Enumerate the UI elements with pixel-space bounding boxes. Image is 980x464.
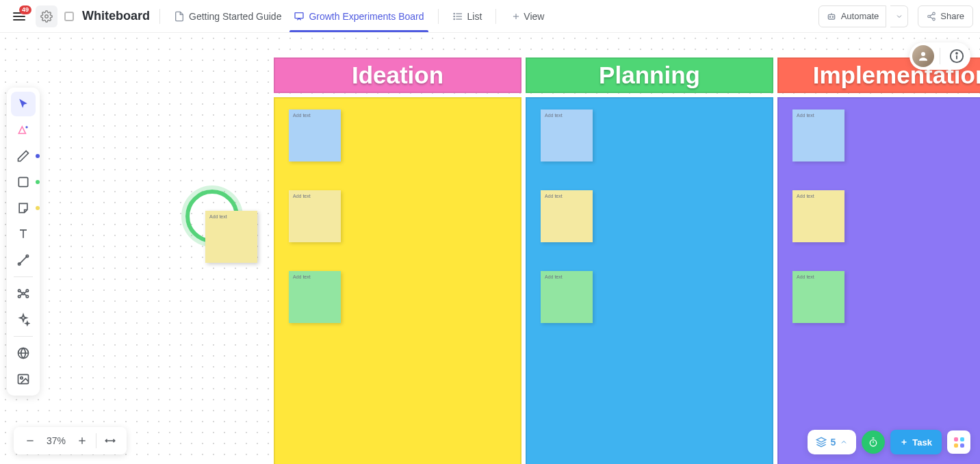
sticky-note[interactable]: Add text — [289, 109, 341, 162]
share-label: Share — [940, 11, 964, 21]
share-button[interactable]: Share — [918, 5, 973, 27]
sticky-note[interactable]: Add text — [289, 271, 341, 323]
sparkle-shape-icon — [16, 123, 30, 137]
svg-point-29 — [18, 296, 21, 298]
column-body[interactable]: Add text Add text Add text — [526, 97, 773, 464]
svg-point-26 — [22, 292, 24, 294]
sticky-note[interactable]: Add text — [792, 190, 844, 242]
user-avatar[interactable] — [912, 45, 934, 67]
sticky-note[interactable]: Add text — [541, 190, 593, 242]
canvas[interactable]: Add text Ideation Add text Add text Add … — [0, 33, 980, 464]
svg-point-33 — [21, 377, 23, 379]
divider — [14, 276, 33, 277]
tool-mindmap[interactable] — [11, 281, 36, 306]
color-indicator — [36, 206, 40, 210]
svg-point-22 — [25, 126, 27, 128]
robot-icon — [826, 11, 837, 22]
kanban-board: Ideation Add text Add text Add text Plan… — [274, 57, 980, 464]
automate-label: Automate — [841, 11, 879, 21]
document-icon — [174, 11, 185, 22]
column-ideation: Ideation Add text Add text Add text — [274, 57, 521, 464]
tab-label: Growth Experiments Board — [309, 11, 424, 22]
share-icon — [927, 12, 936, 21]
tab-getting-started[interactable]: Getting Started Guide — [170, 1, 285, 32]
info-button[interactable] — [946, 45, 968, 67]
color-indicator — [36, 180, 40, 184]
tool-image[interactable] — [11, 367, 36, 391]
presence-panel — [910, 42, 970, 70]
divider — [96, 433, 96, 448]
divider — [159, 9, 160, 24]
svg-point-21 — [956, 53, 957, 54]
tool-connector[interactable] — [11, 248, 36, 272]
svg-point-11 — [829, 16, 830, 17]
automate-button[interactable]: Automate — [818, 5, 887, 27]
svg-point-27 — [18, 289, 21, 292]
sticky-note[interactable]: Add text — [541, 271, 593, 323]
chevron-up-icon — [840, 438, 848, 446]
pen-icon — [16, 149, 30, 163]
layers-count-button[interactable]: 5 — [808, 430, 857, 454]
stopwatch-icon — [868, 437, 879, 448]
new-task-button[interactable]: Task — [890, 430, 942, 454]
tab-list[interactable]: List — [448, 1, 487, 32]
timer-button[interactable] — [862, 430, 885, 454]
mindmap-icon — [16, 287, 30, 300]
zoom-value[interactable]: 37% — [41, 435, 71, 446]
zoom-out-button[interactable] — [19, 430, 41, 452]
apps-button[interactable] — [947, 430, 970, 454]
sticky-note[interactable]: Add text — [792, 109, 844, 162]
tool-pen[interactable] — [11, 144, 36, 168]
svg-point-12 — [832, 16, 833, 17]
column-header[interactable]: Ideation — [274, 57, 521, 93]
notification-badge: 49 — [19, 5, 31, 14]
sticky-note-icon — [16, 201, 30, 215]
svg-point-18 — [921, 52, 925, 56]
plus-icon — [900, 438, 908, 446]
svg-point-15 — [933, 18, 936, 21]
column-implementation: Implementation Add text Add text Add tex… — [777, 57, 980, 464]
tool-shape[interactable] — [11, 170, 36, 194]
tool-sticky[interactable] — [11, 196, 36, 220]
column-header[interactable]: Planning — [526, 57, 773, 93]
svg-point-30 — [26, 296, 28, 298]
minus-icon — [25, 435, 36, 446]
layers-icon — [816, 437, 827, 448]
svg-point-38 — [871, 440, 877, 446]
person-icon — [917, 50, 929, 62]
divider — [14, 336, 33, 337]
whiteboard-icon — [294, 11, 305, 22]
info-icon — [949, 49, 964, 64]
svg-point-14 — [928, 15, 931, 18]
color-indicator — [36, 154, 40, 158]
tool-web[interactable] — [11, 341, 36, 365]
app-header: 49 Whiteboard Getting Started Guide Grow… — [0, 0, 980, 33]
add-view-button[interactable]: View — [506, 11, 550, 22]
sticky-note-loose[interactable]: Add text — [205, 211, 257, 263]
bottom-right-controls: 5 Task — [808, 430, 970, 454]
sticky-note[interactable]: Add text — [289, 190, 341, 242]
chevron-down-icon — [895, 12, 903, 21]
settings-button[interactable] — [36, 5, 57, 27]
sticky-note[interactable]: Add text — [541, 109, 593, 162]
tab-growth-board[interactable]: Growth Experiments Board — [289, 1, 428, 32]
column-body[interactable]: Add text Add text Add text — [777, 97, 980, 464]
main-menu-button[interactable]: 49 — [7, 4, 31, 29]
layers-count: 5 — [831, 437, 836, 448]
sticky-note[interactable]: Add text — [792, 271, 844, 323]
divider — [940, 48, 940, 64]
fit-to-screen-button[interactable] — [99, 430, 121, 452]
image-icon — [16, 372, 30, 386]
svg-rect-1 — [295, 12, 303, 18]
column-body[interactable]: Add text Add text Add text — [274, 97, 521, 464]
page-title[interactable]: Whiteboard — [82, 9, 150, 23]
tool-select[interactable] — [11, 92, 36, 116]
zoom-in-button[interactable] — [71, 430, 93, 452]
tool-ai[interactable] — [11, 307, 36, 332]
svg-line-17 — [930, 16, 933, 18]
svg-point-5 — [454, 13, 454, 14]
automate-dropdown[interactable] — [890, 5, 908, 27]
connector-icon — [16, 253, 30, 267]
tool-text[interactable] — [11, 222, 36, 246]
tool-ai-shape[interactable] — [11, 118, 36, 142]
